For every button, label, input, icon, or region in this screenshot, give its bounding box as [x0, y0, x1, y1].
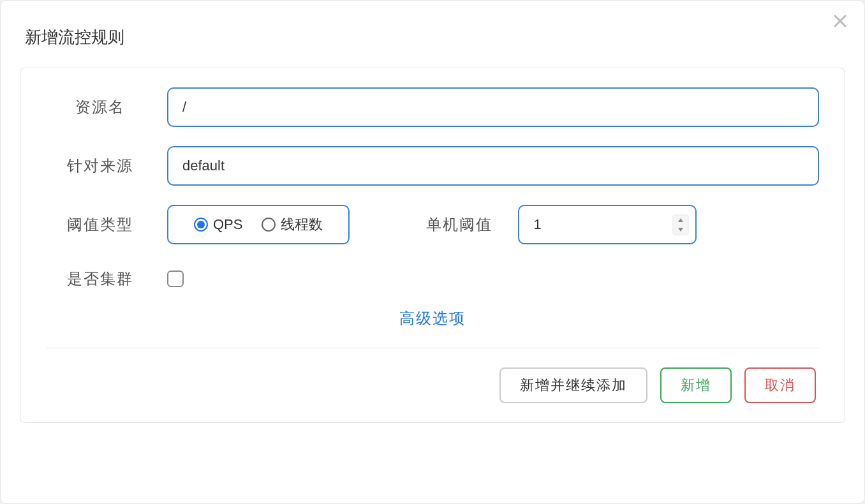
threshold-row: 阈值类型 QPS 线程数 单机阈值 — [46, 205, 819, 244]
stepper-up-icon[interactable] — [674, 216, 688, 225]
radio-qps[interactable]: QPS — [194, 216, 242, 233]
cluster-row: 是否集群 — [46, 269, 819, 289]
dialog: 新增流控规则 资源名 针对来源 阈值类型 QPS — [0, 0, 865, 504]
radio-thread-label: 线程数 — [281, 215, 323, 234]
add-button[interactable]: 新增 — [660, 367, 732, 403]
divider — [46, 348, 819, 348]
cluster-checkbox[interactable] — [167, 271, 184, 287]
radio-dot-icon — [197, 221, 205, 228]
threshold-value-input[interactable] — [533, 216, 648, 233]
source-label: 针对来源 — [46, 156, 154, 176]
threshold-type-radio-group: QPS 线程数 — [167, 205, 350, 244]
radio-circle-icon — [262, 218, 276, 232]
radio-thread[interactable]: 线程数 — [262, 215, 323, 234]
resource-input[interactable] — [167, 87, 819, 127]
threshold-value-label: 单机阈值 — [426, 214, 492, 235]
threshold-value-input-wrap — [518, 205, 697, 244]
cancel-button[interactable]: 取消 — [744, 367, 816, 403]
source-input-wrap — [167, 146, 819, 186]
cluster-label: 是否集群 — [46, 269, 154, 289]
advanced-options-link[interactable]: 高级选项 — [46, 308, 819, 329]
radio-circle-icon — [194, 218, 208, 232]
add-continue-button[interactable]: 新增并继续添加 — [499, 367, 647, 403]
number-stepper — [672, 214, 689, 235]
radio-qps-label: QPS — [213, 216, 242, 233]
dialog-title: 新增流控规则 — [20, 26, 845, 48]
resource-input-wrap — [167, 87, 819, 127]
source-row: 针对来源 — [46, 146, 819, 186]
form-panel: 资源名 针对来源 阈值类型 QPS 线程 — [20, 68, 845, 423]
button-row: 新增并继续添加 新增 取消 — [46, 367, 819, 403]
svg-marker-2 — [678, 218, 683, 222]
svg-marker-3 — [678, 228, 683, 232]
source-input[interactable] — [167, 146, 819, 186]
close-icon[interactable] — [831, 12, 849, 30]
resource-row: 资源名 — [46, 87, 819, 127]
stepper-down-icon[interactable] — [674, 225, 688, 234]
resource-label: 资源名 — [46, 97, 154, 117]
threshold-type-label: 阈值类型 — [46, 214, 154, 235]
